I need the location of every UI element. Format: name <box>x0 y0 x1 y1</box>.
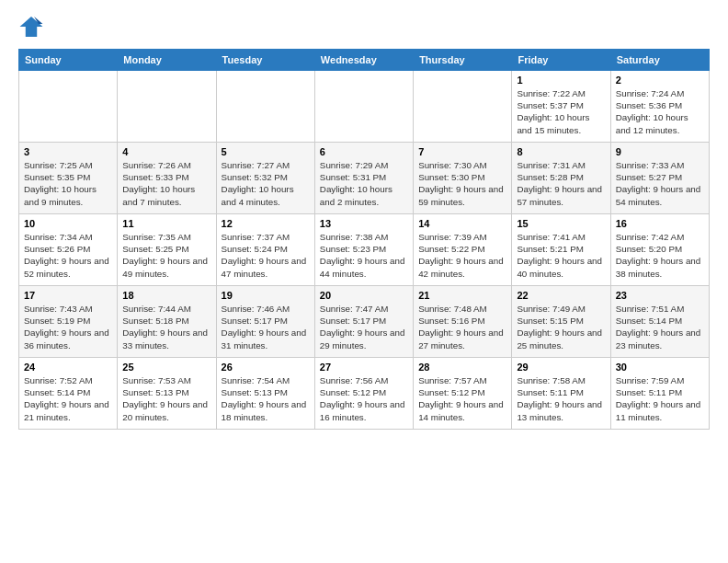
calendar-cell: 26Sunrise: 7:54 AMSunset: 5:13 PMDayligh… <box>216 358 314 430</box>
day-number: 2 <box>616 75 704 86</box>
calendar-cell: 28Sunrise: 7:57 AMSunset: 5:12 PMDayligh… <box>414 358 512 430</box>
calendar-cell: 15Sunrise: 7:41 AMSunset: 5:21 PMDayligh… <box>512 214 610 286</box>
day-number: 25 <box>122 362 210 373</box>
day-info: Sunrise: 7:25 AMSunset: 5:35 PMDaylight:… <box>24 159 112 208</box>
day-info: Sunrise: 7:51 AMSunset: 5:14 PMDaylight:… <box>616 303 704 351</box>
day-number: 14 <box>418 218 506 229</box>
day-number: 3 <box>24 146 112 157</box>
day-number: 12 <box>222 218 310 229</box>
calendar-cell: 14Sunrise: 7:39 AMSunset: 5:22 PMDayligh… <box>414 214 512 286</box>
calendar-cell: 8Sunrise: 7:31 AMSunset: 5:28 PMDaylight… <box>512 143 610 214</box>
day-info: Sunrise: 7:24 AMSunset: 5:36 PMDaylight:… <box>616 87 704 136</box>
day-number: 13 <box>320 218 408 229</box>
day-info: Sunrise: 7:27 AMSunset: 5:32 PMDaylight:… <box>222 159 310 208</box>
day-info: Sunrise: 7:58 AMSunset: 5:11 PMDaylight:… <box>517 374 605 423</box>
day-info: Sunrise: 7:42 AMSunset: 5:20 PMDaylight:… <box>616 231 704 280</box>
logo <box>18 14 48 40</box>
calendar-cell: 30Sunrise: 7:59 AMSunset: 5:11 PMDayligh… <box>610 358 709 430</box>
svg-marker-0 <box>20 17 43 37</box>
weekday-header: Friday <box>512 50 610 71</box>
calendar-cell <box>314 71 413 143</box>
day-number: 18 <box>122 290 210 301</box>
day-number: 27 <box>320 362 408 373</box>
day-info: Sunrise: 7:56 AMSunset: 5:12 PMDaylight:… <box>320 374 408 423</box>
calendar-cell: 24Sunrise: 7:52 AMSunset: 5:14 PMDayligh… <box>19 358 118 430</box>
calendar-cell <box>216 71 314 143</box>
day-info: Sunrise: 7:35 AMSunset: 5:25 PMDaylight:… <box>122 231 210 280</box>
day-number: 26 <box>222 362 310 373</box>
calendar-cell: 22Sunrise: 7:49 AMSunset: 5:15 PMDayligh… <box>512 286 610 358</box>
day-number: 10 <box>24 218 112 229</box>
calendar-cell: 11Sunrise: 7:35 AMSunset: 5:25 PMDayligh… <box>118 214 216 286</box>
calendar-cell: 29Sunrise: 7:58 AMSunset: 5:11 PMDayligh… <box>512 358 610 430</box>
day-info: Sunrise: 7:59 AMSunset: 5:11 PMDaylight:… <box>616 374 704 423</box>
calendar-cell: 21Sunrise: 7:48 AMSunset: 5:16 PMDayligh… <box>414 286 512 358</box>
day-number: 28 <box>418 362 506 373</box>
day-info: Sunrise: 7:26 AMSunset: 5:33 PMDaylight:… <box>122 159 210 208</box>
calendar-cell: 23Sunrise: 7:51 AMSunset: 5:14 PMDayligh… <box>610 286 709 358</box>
calendar-cell: 16Sunrise: 7:42 AMSunset: 5:20 PMDayligh… <box>610 214 709 286</box>
calendar-cell <box>19 71 118 143</box>
day-info: Sunrise: 7:52 AMSunset: 5:14 PMDaylight:… <box>24 374 112 423</box>
day-info: Sunrise: 7:30 AMSunset: 5:30 PMDaylight:… <box>418 159 506 208</box>
day-info: Sunrise: 7:22 AMSunset: 5:37 PMDaylight:… <box>517 87 605 136</box>
day-number: 4 <box>122 146 210 157</box>
calendar-cell: 5Sunrise: 7:27 AMSunset: 5:32 PMDaylight… <box>216 143 314 214</box>
calendar-cell: 20Sunrise: 7:47 AMSunset: 5:17 PMDayligh… <box>314 286 413 358</box>
calendar-cell: 27Sunrise: 7:56 AMSunset: 5:12 PMDayligh… <box>314 358 413 430</box>
day-info: Sunrise: 7:41 AMSunset: 5:21 PMDaylight:… <box>517 231 605 280</box>
calendar-cell: 12Sunrise: 7:37 AMSunset: 5:24 PMDayligh… <box>216 214 314 286</box>
day-number: 24 <box>24 362 112 373</box>
calendar-cell: 7Sunrise: 7:30 AMSunset: 5:30 PMDaylight… <box>414 143 512 214</box>
calendar-cell: 1Sunrise: 7:22 AMSunset: 5:37 PMDaylight… <box>512 71 610 143</box>
weekday-header: Sunday <box>19 50 118 71</box>
weekday-header: Wednesday <box>314 50 413 71</box>
calendar-cell <box>414 71 512 143</box>
day-info: Sunrise: 7:44 AMSunset: 5:18 PMDaylight:… <box>122 303 210 351</box>
calendar-cell: 17Sunrise: 7:43 AMSunset: 5:19 PMDayligh… <box>19 286 118 358</box>
calendar-cell: 3Sunrise: 7:25 AMSunset: 5:35 PMDaylight… <box>19 143 118 214</box>
day-number: 21 <box>418 290 506 301</box>
day-number: 22 <box>517 290 605 301</box>
day-info: Sunrise: 7:43 AMSunset: 5:19 PMDaylight:… <box>24 303 112 351</box>
day-number: 11 <box>122 218 210 229</box>
calendar-cell: 19Sunrise: 7:46 AMSunset: 5:17 PMDayligh… <box>216 286 314 358</box>
day-number: 9 <box>616 146 704 157</box>
day-info: Sunrise: 7:49 AMSunset: 5:15 PMDaylight:… <box>517 303 605 351</box>
day-number: 15 <box>517 218 605 229</box>
day-info: Sunrise: 7:29 AMSunset: 5:31 PMDaylight:… <box>320 159 408 208</box>
day-number: 29 <box>517 362 605 373</box>
day-number: 5 <box>222 146 310 157</box>
calendar-cell: 2Sunrise: 7:24 AMSunset: 5:36 PMDaylight… <box>610 71 709 143</box>
weekday-header: Saturday <box>610 50 709 71</box>
day-number: 20 <box>320 290 408 301</box>
calendar-table: SundayMondayTuesdayWednesdayThursdayFrid… <box>18 49 710 430</box>
day-info: Sunrise: 7:39 AMSunset: 5:22 PMDaylight:… <box>418 231 506 280</box>
day-info: Sunrise: 7:54 AMSunset: 5:13 PMDaylight:… <box>222 374 310 423</box>
day-info: Sunrise: 7:34 AMSunset: 5:26 PMDaylight:… <box>24 231 112 280</box>
calendar-cell: 6Sunrise: 7:29 AMSunset: 5:31 PMDaylight… <box>314 143 413 214</box>
day-info: Sunrise: 7:37 AMSunset: 5:24 PMDaylight:… <box>222 231 310 280</box>
day-info: Sunrise: 7:48 AMSunset: 5:16 PMDaylight:… <box>418 303 506 351</box>
day-info: Sunrise: 7:33 AMSunset: 5:27 PMDaylight:… <box>616 159 704 208</box>
day-info: Sunrise: 7:46 AMSunset: 5:17 PMDaylight:… <box>222 303 310 351</box>
day-number: 16 <box>616 218 704 229</box>
day-info: Sunrise: 7:38 AMSunset: 5:23 PMDaylight:… <box>320 231 408 280</box>
day-number: 8 <box>517 146 605 157</box>
calendar-cell: 9Sunrise: 7:33 AMSunset: 5:27 PMDaylight… <box>610 143 709 214</box>
weekday-header: Monday <box>118 50 216 71</box>
calendar-cell <box>118 71 216 143</box>
day-number: 19 <box>222 290 310 301</box>
day-number: 7 <box>418 146 506 157</box>
day-info: Sunrise: 7:53 AMSunset: 5:13 PMDaylight:… <box>122 374 210 423</box>
weekday-header: Tuesday <box>216 50 314 71</box>
logo-icon <box>18 14 44 40</box>
calendar-cell: 18Sunrise: 7:44 AMSunset: 5:18 PMDayligh… <box>118 286 216 358</box>
weekday-header: Thursday <box>414 50 512 71</box>
day-number: 30 <box>616 362 704 373</box>
day-number: 17 <box>24 290 112 301</box>
calendar-cell: 10Sunrise: 7:34 AMSunset: 5:26 PMDayligh… <box>19 214 118 286</box>
day-number: 1 <box>517 75 605 86</box>
day-info: Sunrise: 7:47 AMSunset: 5:17 PMDaylight:… <box>320 303 408 351</box>
day-number: 23 <box>616 290 704 301</box>
